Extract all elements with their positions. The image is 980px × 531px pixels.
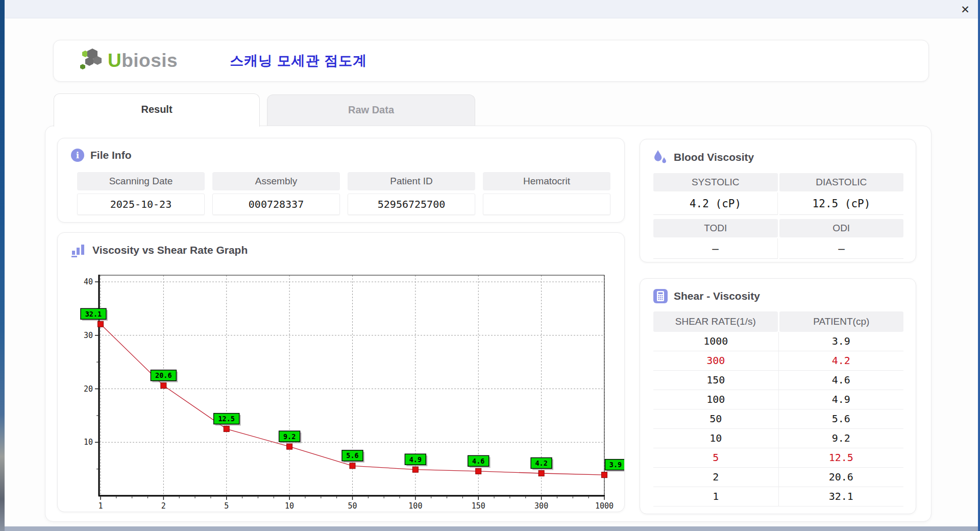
diastolic-label: DIASTOLIC [779, 173, 904, 191]
page-title: 스캐닝 모세관 점도계 [230, 52, 367, 70]
odi-value: – [779, 238, 903, 259]
table-row: 109.2 [653, 429, 903, 448]
field-patient-id: Patient ID 52956725700 [348, 172, 475, 215]
svg-text:4.6: 4.6 [472, 457, 484, 465]
window-right-border [978, 0, 980, 531]
blood-viscosity-title: Blood Viscosity [674, 151, 754, 163]
hexagon-cluster-icon [76, 48, 105, 74]
patient-cell: 5.6 [779, 409, 904, 428]
background-window-edge [0, 0, 5, 531]
shear-rate-cell: 2 [653, 468, 779, 487]
svg-text:5: 5 [224, 501, 229, 511]
svg-text:10: 10 [84, 438, 93, 447]
blood-viscosity-header: Blood Viscosity [653, 150, 916, 165]
app-header: Ubiosis 스캐닝 모세관 점도계 [53, 40, 929, 82]
patient-cell: 4.9 [779, 390, 904, 409]
shear-rate-cell: 300 [653, 351, 779, 370]
field-value: 2025-10-23 [77, 194, 205, 215]
field-hematocrit: Hematocrit [483, 172, 610, 215]
patient-cell: 12.5 [779, 448, 904, 467]
app-window: ✕ Ubiosis 스캐닝 모세관 점도계 Result Raw Data i … [0, 0, 980, 531]
table-row: 10003.9 [653, 332, 903, 351]
patient-column-header: PATIENT(cp) [779, 311, 904, 332]
shear-viscosity-header: Shear - Viscosity [653, 289, 916, 303]
svg-text:4.9: 4.9 [409, 455, 422, 464]
shear-rate-cell: 50 [653, 409, 779, 428]
table-row: SYSTOLIC DIASTOLIC [653, 173, 903, 191]
patient-cell: 20.6 [779, 468, 904, 487]
file-info-fields: Scanning Date 2025-10-23 Assembly 000728… [77, 172, 610, 215]
field-label: Assembly [212, 172, 340, 190]
svg-text:30: 30 [84, 331, 93, 340]
svg-text:1000: 1000 [595, 501, 614, 511]
svg-text:9.2: 9.2 [283, 432, 296, 441]
systolic-value: 4.2 (cP) [653, 192, 778, 215]
table-row: 3004.2 [653, 351, 903, 371]
close-icon[interactable]: ✕ [959, 3, 972, 16]
diastolic-value: 12.5 (cP) [779, 192, 903, 215]
viscosity-chart: 125105010015030010001020304032.120.612.5… [58, 233, 624, 512]
shear-rate-cell: 10 [653, 429, 779, 448]
field-value [483, 194, 610, 215]
file-info-header: i File Info [71, 149, 624, 162]
blood-viscosity-section: Blood Viscosity SYSTOLIC DIASTOLIC 4.2 (… [640, 139, 916, 262]
calculator-grid-icon [653, 289, 668, 303]
field-value: 000728337 [212, 194, 340, 215]
table-header-row: SHEAR RATE(1/s) PATIENT(cp) [653, 311, 903, 332]
systolic-label: SYSTOLIC [653, 173, 778, 191]
file-info-title: File Info [90, 149, 132, 161]
todi-label: TODI [653, 219, 778, 237]
table-row: 1504.6 [653, 371, 903, 390]
shear-rate-cell: 100 [653, 390, 779, 409]
tab-result[interactable]: Result [54, 93, 260, 127]
window-titlebar: ✕ [5, 0, 980, 18]
todi-value: – [653, 238, 778, 259]
table-row: TODI ODI [653, 219, 903, 237]
shear-rate-column-header: SHEAR RATE(1/s) [653, 311, 778, 332]
svg-text:4.2: 4.2 [535, 459, 547, 467]
svg-text:20.6: 20.6 [155, 371, 172, 379]
svg-text:1: 1 [98, 501, 103, 511]
odi-label: ODI [779, 219, 904, 237]
tab-raw-data[interactable]: Raw Data [267, 94, 475, 126]
svg-text:20: 20 [84, 384, 93, 394]
svg-text:12.5: 12.5 [218, 415, 235, 423]
table-row: 505.6 [653, 409, 903, 429]
field-assembly: Assembly 000728337 [212, 172, 340, 215]
info-icon: i [71, 149, 84, 162]
field-value: 52956725700 [348, 194, 475, 215]
field-label: Scanning Date [77, 172, 205, 190]
logo-wordmark: Ubiosis [108, 50, 178, 71]
logo-letter-u: U [108, 50, 121, 71]
table-row: 1004.9 [653, 390, 903, 409]
field-label: Hematocrit [483, 172, 610, 190]
shear-rate-cell: 1 [653, 487, 779, 506]
shear-rate-cell: 1000 [653, 332, 779, 351]
table-row: 512.5 [653, 448, 903, 468]
patient-cell: 32.1 [779, 487, 904, 506]
table-row: – – [653, 238, 903, 259]
svg-text:150: 150 [472, 501, 485, 511]
window-bottom-border [5, 526, 978, 531]
patient-cell: 9.2 [779, 429, 904, 448]
ubiosis-logo: Ubiosis [76, 48, 178, 74]
shear-viscosity-table: SHEAR RATE(1/s) PATIENT(cp) 10003.93004.… [653, 311, 903, 506]
svg-text:50: 50 [348, 501, 357, 511]
shear-viscosity-title: Shear - Viscosity [674, 290, 760, 302]
patient-cell: 4.6 [779, 371, 904, 390]
table-row: 4.2 (cP) 12.5 (cP) [653, 192, 903, 215]
shear-rate-cell: 150 [653, 371, 779, 390]
shear-rate-cell: 5 [653, 448, 779, 467]
field-scanning-date: Scanning Date 2025-10-23 [77, 172, 205, 215]
svg-text:3.9: 3.9 [609, 461, 622, 469]
svg-text:10: 10 [285, 501, 294, 511]
svg-text:2: 2 [161, 501, 166, 511]
blood-viscosity-table: SYSTOLIC DIASTOLIC 4.2 (cP) 12.5 (cP) TO… [653, 173, 903, 259]
shear-viscosity-section: Shear - Viscosity SHEAR RATE(1/s) PATIEN… [640, 278, 916, 514]
svg-text:100: 100 [408, 501, 422, 511]
svg-text:32.1: 32.1 [85, 310, 102, 318]
svg-text:300: 300 [534, 501, 548, 511]
logo-word-rest: biosis [121, 50, 178, 71]
file-info-section: i File Info Scanning Date 2025-10-23 Ass… [57, 138, 625, 223]
table-row: 220.6 [653, 468, 903, 487]
